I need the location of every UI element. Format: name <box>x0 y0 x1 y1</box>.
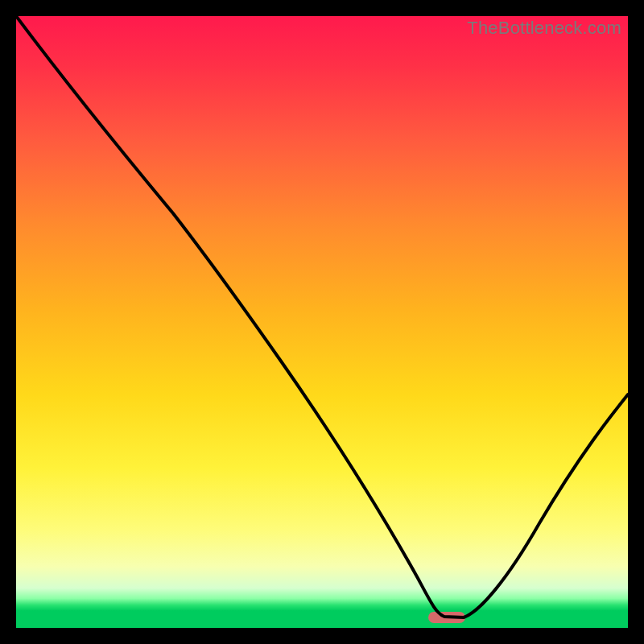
watermark-text: TheBottleneck.com <box>467 18 621 39</box>
optimal-marker <box>428 612 465 623</box>
plot-area: TheBottleneck.com <box>16 16 628 628</box>
chart-frame: TheBottleneck.com <box>0 0 644 644</box>
curve-line <box>16 16 628 628</box>
